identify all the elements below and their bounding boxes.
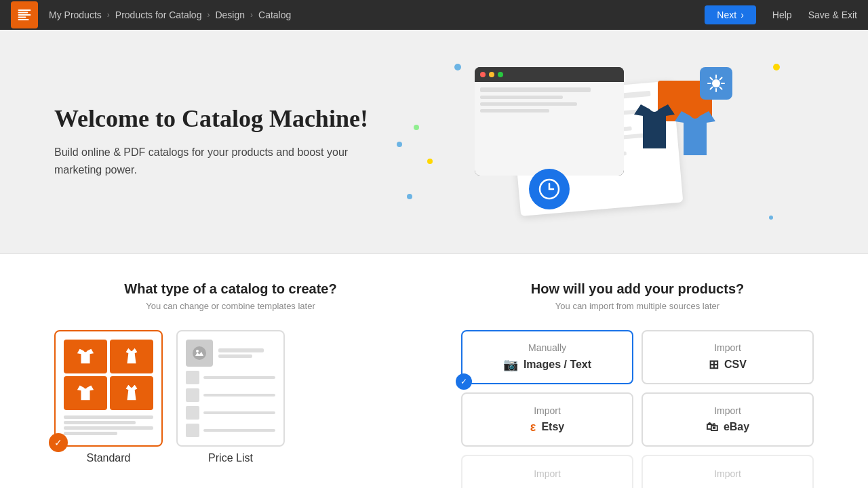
import-csv-main: ⊞ CSV: [709, 357, 747, 372]
import-card-csv[interactable]: Import ⊞ CSV: [642, 330, 814, 384]
catalog-card-pricelist[interactable]: [176, 330, 285, 447]
pricelist-row-2: [186, 388, 275, 402]
more2-placeholder: ···: [723, 483, 732, 488]
catalog-card-labels: Standard Price List: [54, 452, 407, 464]
breadcrumb-chevron-1: ›: [107, 10, 110, 20]
breadcrumb-products-for-catalog[interactable]: Products for Catalog: [115, 9, 202, 20]
navigation: My Products › Products for Catalog › Des…: [0, 0, 868, 30]
svg-line-8: [720, 87, 722, 89]
pricelist-dot-2: [186, 388, 199, 402]
main-content: What type of a catalog to create? You ca…: [0, 254, 868, 488]
line-full-2: [64, 426, 153, 430]
shirt-icon-1: [76, 347, 95, 366]
import-card-ebay[interactable]: Import 🛍 eBay: [642, 392, 814, 447]
pricelist-row-line-2: [203, 394, 275, 396]
pricelist-dot-4: [186, 424, 199, 437]
dot-blue-1: [454, 64, 461, 70]
hero-subtitle: Build online & PDF catalogs for your pro…: [54, 144, 393, 178]
pricelist-row-3: [186, 406, 275, 420]
import-card-manually[interactable]: Manually 📷 Images / Text ✓: [461, 330, 633, 384]
help-link[interactable]: Help: [772, 9, 792, 20]
standard-cell-1: [64, 340, 107, 373]
breadcrumb-my-products[interactable]: My Products: [49, 9, 102, 20]
svg-line-9: [720, 78, 722, 80]
save-exit-link[interactable]: Save & Exit: [808, 9, 857, 20]
import-more2-main: ···: [723, 483, 732, 488]
import-subtitle: You can import from multiple sources lat…: [461, 301, 814, 311]
hero-text-block: Welcome to Catalog Machine! Build online…: [54, 104, 393, 178]
import-card-more-1[interactable]: Import ···: [461, 455, 633, 488]
catalog-type-title: What type of a catalog to create?: [54, 281, 407, 297]
svg-point-11: [193, 346, 206, 360]
import-more2-label: Import: [714, 468, 741, 479]
pricelist-header: [186, 340, 275, 367]
pricelist-row-line-4: [203, 429, 275, 432]
svg-line-10: [711, 87, 713, 89]
standard-cell-2: [110, 340, 153, 373]
standard-label: Standard: [54, 452, 163, 464]
etsy-icon: ε: [530, 420, 536, 434]
pricelist-row-line-3: [203, 411, 275, 414]
pricelist-dot-3: [186, 406, 199, 420]
next-chevron-icon: ›: [741, 9, 744, 20]
dress-icon-1: [122, 347, 141, 366]
import-etsy-main: ε Etsy: [530, 420, 564, 434]
hero-illustration: [393, 57, 814, 226]
table-icon: ⊞: [709, 357, 719, 372]
catalog-type-cards: ✓: [54, 330, 407, 447]
import-csv-label: Import: [714, 342, 741, 353]
pricelist-label: Price List: [176, 452, 285, 464]
breadcrumb-chevron-2: ›: [207, 10, 210, 20]
dot-green-1: [414, 125, 419, 130]
breadcrumb-design[interactable]: Design: [215, 9, 245, 20]
hero-title: Welcome to Catalog Machine!: [54, 104, 393, 133]
illus-browser: [475, 67, 624, 176]
pricelist-header-lines: [218, 348, 275, 358]
import-ebay-label: Import: [714, 405, 741, 416]
line-short-2: [64, 432, 117, 435]
bag-icon: 🛍: [706, 420, 718, 434]
dot-yellow-1: [773, 64, 780, 70]
hero-section: Welcome to Catalog Machine! Build online…: [0, 30, 868, 253]
pricelist-row-line-1: [203, 376, 275, 379]
import-manually-label: Manually: [528, 342, 566, 353]
next-button[interactable]: Next ›: [705, 5, 755, 24]
line-full-1: [64, 415, 153, 419]
standard-cell-4: [110, 376, 153, 410]
import-card-more-2[interactable]: Import ···: [642, 455, 814, 488]
catalog-type-section: What type of a catalog to create? You ca…: [54, 281, 407, 488]
breadcrumb-catalog[interactable]: Catalog: [258, 9, 291, 20]
svg-point-12: [196, 350, 199, 352]
illus-sun-icon: [700, 67, 732, 100]
dress-icon-2: [122, 384, 141, 403]
illus-blue-shirt: [671, 108, 719, 165]
breadcrumb-chevron-3: ›: [250, 10, 253, 20]
import-ebay-main: 🛍 eBay: [706, 420, 749, 434]
camera-icon: 📷: [503, 357, 518, 372]
shirt-icon-2: [76, 384, 95, 403]
pricelist-row-4: [186, 424, 275, 437]
import-title: How will you add your products?: [461, 281, 814, 297]
catalog-card-standard[interactable]: ✓: [54, 330, 163, 447]
catalog-type-subtitle: You can change or combine templates late…: [54, 301, 407, 311]
pricelist-line-h2: [218, 354, 252, 358]
svg-point-2: [712, 79, 720, 87]
pricelist-content: [186, 340, 275, 437]
line-short-1: [64, 421, 136, 424]
import-card-etsy[interactable]: Import ε Etsy: [461, 392, 633, 447]
standard-lines: [64, 415, 153, 435]
import-cards-grid: Manually 📷 Images / Text ✓ Import ⊞ CSV …: [461, 330, 814, 488]
dot-blue-4: [769, 216, 773, 220]
pricelist-dot-1: [186, 371, 199, 384]
logo: [11, 1, 38, 28]
standard-grid: [64, 340, 153, 410]
dot-blue-3: [397, 142, 402, 147]
pricelist-thumb: [186, 340, 213, 367]
illus-clock-circle: [529, 169, 570, 209]
import-more1-label: Import: [534, 468, 561, 479]
standard-cell-3: [64, 376, 107, 410]
import-section: How will you add your products? You can …: [461, 281, 814, 488]
manually-check: ✓: [456, 373, 472, 390]
dot-blue-2: [407, 194, 412, 199]
import-etsy-label: Import: [534, 405, 561, 416]
